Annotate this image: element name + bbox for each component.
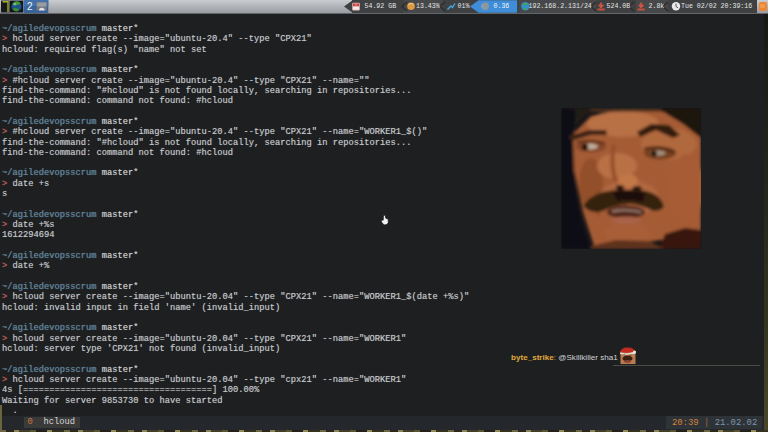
- svg-text:2: 2: [27, 1, 33, 12]
